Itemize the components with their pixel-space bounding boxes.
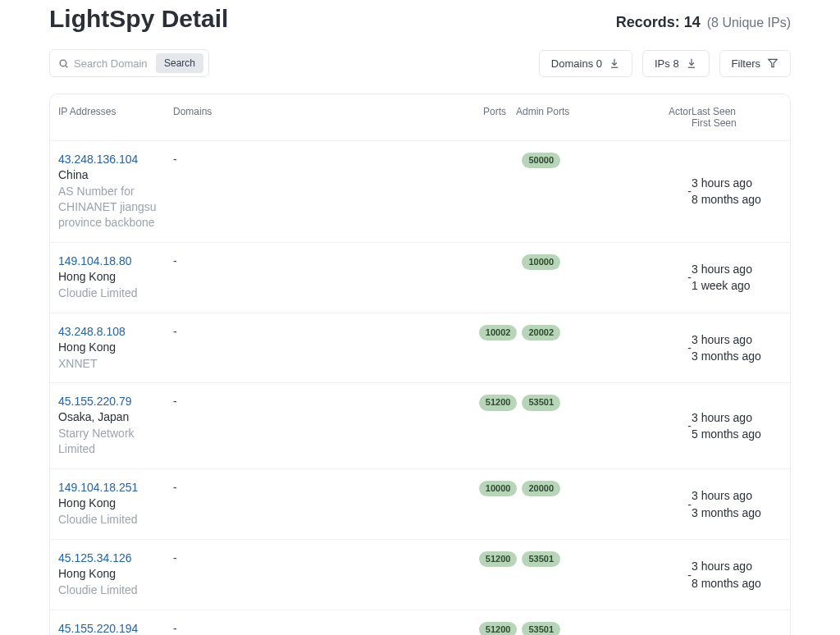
seen-cell: 3 hours ago1 week ago [692, 261, 782, 295]
ip-location: China [58, 168, 173, 181]
domains-download-button[interactable]: Domains 0 [539, 50, 632, 77]
ports-cell: 10000 [280, 254, 585, 270]
table-row: 45.125.34.126Hong KongCloudie Limited-51… [50, 539, 790, 610]
ports-cell: 50000 [280, 153, 585, 168]
port-badge: 10000 [522, 254, 560, 270]
domains-cell: - [173, 481, 280, 494]
records-unique: (8 Unique IPs) [707, 16, 791, 30]
filter-icon [767, 57, 778, 69]
svg-point-0 [60, 60, 66, 66]
ports-cell: 5120053501 [280, 395, 585, 410]
col-first-seen: First Seen [692, 117, 782, 129]
ip-org: Cloudie Limited [58, 512, 173, 528]
ip-org: AS Number for CHINANET jiangsu province … [58, 184, 173, 231]
ips-button-label: IPs 8 [655, 57, 679, 70]
ip-location: Hong Kong [58, 567, 173, 580]
search-input[interactable] [69, 54, 156, 73]
records-prefix: Records: [616, 14, 684, 30]
domains-cell: - [173, 551, 280, 564]
download-icon [609, 57, 620, 69]
col-last-seen: Last Seen [692, 106, 782, 117]
ip-org: Cloudie Limited [58, 286, 173, 301]
ports-cell: 5120053501 [280, 551, 585, 567]
table-row: 45.155.220.79Osaka, JapanStarry Network … [50, 382, 790, 468]
ip-org: XNNET [58, 356, 173, 372]
ip-org: Cloudie Limited [58, 582, 173, 598]
port-badge: 20000 [522, 481, 560, 496]
ips-download-button[interactable]: IPs 8 [642, 50, 710, 77]
svg-line-1 [66, 66, 67, 67]
seen-cell: 3 hours ago8 months ago [692, 175, 782, 208]
domains-cell: - [173, 395, 280, 408]
ports-cell: 1000220002 [280, 325, 585, 340]
port-badge: 20002 [522, 325, 560, 340]
table-row: 149.104.18.251Hong KongCloudie Limited-1… [50, 468, 790, 539]
last-seen: 3 hours ago [692, 261, 782, 277]
ip-address-link[interactable]: 45.155.220.194 [58, 622, 173, 635]
last-seen: 3 hours ago [692, 409, 782, 426]
first-seen: 8 months ago [692, 191, 782, 208]
last-seen: 3 hours ago [692, 175, 782, 191]
search-button[interactable]: Search [156, 53, 203, 73]
col-domains: Domains [173, 106, 280, 129]
col-actor: Actor [651, 106, 692, 129]
col-ports: Ports [280, 106, 511, 129]
table-header: IP Addresses Domains Ports Admin Ports A… [50, 94, 790, 140]
ip-location: Hong Kong [58, 340, 173, 354]
domains-button-label: Domains 0 [551, 57, 602, 70]
seen-cell: 3 hours ago3 months ago [692, 331, 782, 365]
first-seen: 8 months ago [692, 575, 782, 592]
last-seen: 3 hours ago [692, 331, 782, 348]
ports-cell: 5120053501 [280, 622, 585, 635]
seen-cell: 3 hours ago8 months ago [692, 558, 782, 592]
last-seen: 3 hours ago [692, 558, 782, 574]
search-icon [58, 58, 69, 69]
ip-address-link[interactable]: 149.104.18.80 [58, 254, 173, 267]
col-admin-ports: Admin Ports [511, 106, 585, 129]
results-table: IP Addresses Domains Ports Admin Ports A… [49, 94, 791, 635]
port-badge: 53501 [522, 622, 560, 635]
actor-cell: - [651, 185, 692, 198]
ip-address-link[interactable]: 45.125.34.126 [58, 551, 173, 564]
actor-cell: - [651, 341, 692, 354]
domains-cell: - [173, 622, 280, 635]
port-badge: 53501 [522, 551, 560, 567]
port-badge: 50000 [522, 153, 560, 168]
seen-cell: 3 hours ago3 months ago [692, 487, 782, 521]
filters-button-label: Filters [732, 57, 760, 70]
table-row: 43.248.8.108Hong KongXNNET-1000220002-3 … [50, 313, 790, 383]
domains-cell: - [173, 325, 280, 338]
actor-cell: - [651, 569, 692, 582]
ip-location: Hong Kong [58, 496, 173, 509]
col-ip: IP Addresses [58, 106, 173, 129]
actor-cell: - [651, 498, 692, 511]
table-row: 43.248.136.104ChinaAS Number for CHINANE… [50, 140, 790, 242]
domains-cell: - [173, 153, 280, 166]
svg-marker-2 [769, 59, 778, 66]
ip-org: Starry Network Limited [58, 426, 173, 457]
port-badge: 51200 [479, 622, 518, 635]
ip-address-link[interactable]: 43.248.8.108 [58, 325, 173, 338]
first-seen: 5 months ago [692, 426, 782, 442]
col-seen: Last Seen First Seen [692, 106, 782, 129]
port-badge: 53501 [522, 395, 560, 410]
first-seen: 3 months ago [692, 348, 782, 364]
first-seen: 3 months ago [692, 505, 782, 521]
ip-location: Hong Kong [58, 270, 173, 283]
ip-address-link[interactable]: 43.248.136.104 [58, 153, 173, 166]
ip-address-link[interactable]: 45.155.220.79 [58, 395, 173, 408]
seen-cell: 3 hours ago5 months ago [692, 409, 782, 443]
records-count: 14 [684, 14, 701, 30]
port-badge: 10002 [479, 325, 518, 340]
port-badge: 10000 [479, 481, 518, 496]
actor-cell: - [651, 271, 692, 284]
port-badge: 51200 [479, 395, 518, 410]
records-summary: Records: 14 (8 Unique IPs) [616, 14, 791, 31]
page-title: LightSpy Detail [49, 5, 228, 33]
search-input-wrapper[interactable]: Search [49, 49, 209, 77]
domains-cell: - [173, 254, 280, 267]
filters-button[interactable]: Filters [719, 50, 791, 77]
ip-address-link[interactable]: 149.104.18.251 [58, 481, 173, 494]
port-badge: 51200 [479, 551, 518, 567]
ip-location: Osaka, Japan [58, 410, 173, 423]
